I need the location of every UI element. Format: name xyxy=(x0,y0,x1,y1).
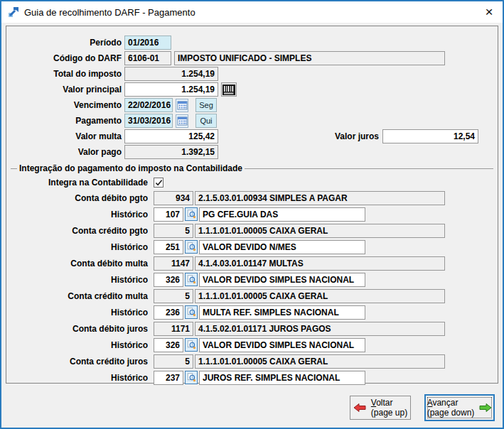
total-imposto-field: 1.254,19 xyxy=(124,67,218,81)
valor-juros-label: Valor juros xyxy=(322,131,382,141)
lookup-button[interactable] xyxy=(185,371,198,384)
form-panel: Período 01/2016 Código do DARF 6106-01 I… xyxy=(6,26,498,384)
search-icon xyxy=(187,210,196,219)
row-label: Conta crédito multa xyxy=(6,291,151,301)
integration-row: Conta crédito juros 5 1.1.1.01.01.00005 … xyxy=(6,353,498,369)
row-integra-contabilidade: Integra na Contabilidade xyxy=(6,175,498,190)
valor-principal-label: Valor principal xyxy=(6,85,124,94)
integration-row: Histórico 237 JUROS REF. SIMPLES NACIONA… xyxy=(6,369,498,386)
row-label: Histórico xyxy=(6,373,151,383)
description-field: 2.1.5.03.01.00934 SIMPLES A PAGAR xyxy=(195,191,445,205)
description-field: 4.1.5.02.01.01171 JUROS PAGOS xyxy=(195,322,445,336)
pagamento-field[interactable]: 31/03/2016 xyxy=(124,114,173,128)
code-field[interactable]: 1171 xyxy=(154,322,193,336)
window-title: Guia de recolhimento DARF - Pagamento xyxy=(24,7,195,18)
valor-pago-label: Valor pago xyxy=(6,147,124,157)
valor-multa-field[interactable]: 125,42 xyxy=(124,129,218,143)
row-pagamento: Pagamento 31/03/2016 Qui xyxy=(6,113,498,129)
search-icon xyxy=(187,373,196,382)
barcode-button[interactable] xyxy=(221,82,237,97)
row-valor-pago: Valor pago 1.392,15 xyxy=(6,144,498,160)
search-icon xyxy=(187,308,196,317)
row-total-imposto: Total do imposto 1.254,19 xyxy=(6,66,498,82)
check-icon xyxy=(155,179,163,187)
voltar-button[interactable]: Voltar (page up) xyxy=(350,396,411,420)
integration-rows: Conta débito pgto 934 2.1.5.03.01.00934 … xyxy=(6,190,498,386)
code-field[interactable]: 1147 xyxy=(154,256,193,271)
description-field: JUROS REF. SIMPLES NACIONAL xyxy=(199,371,365,385)
integra-checkbox[interactable] xyxy=(154,178,163,188)
code-field[interactable]: 5 xyxy=(154,354,193,369)
search-icon xyxy=(187,275,196,284)
description-field: 1.1.1.01.01.00005 CAIXA GERAL xyxy=(195,224,445,238)
integration-section-header: Integração do pagamento do imposto na Co… xyxy=(6,161,498,175)
codigo-darf-label: Código do DARF xyxy=(6,53,124,63)
description-field: VALOR DEVIDO SIMPLES NACIONAL xyxy=(199,273,365,287)
row-vencimento: Vencimento 22/02/2016 Seg xyxy=(6,97,498,113)
row-label: Conta débito pgto xyxy=(6,193,151,203)
code-field[interactable]: 326 xyxy=(154,273,183,287)
row-label: Histórico xyxy=(6,340,151,350)
integration-section-title: Integração do pagamento do imposto na Co… xyxy=(17,163,245,173)
description-field: VALOR DEVIDO N/MES xyxy=(199,240,365,254)
row-label: Histórico xyxy=(6,242,151,252)
code-field[interactable]: 934 xyxy=(154,191,193,205)
integration-row: Conta débito juros 1171 4.1.5.02.01.0117… xyxy=(6,320,498,337)
code-field[interactable]: 326 xyxy=(154,338,183,352)
code-field[interactable]: 5 xyxy=(154,289,193,303)
lookup-button[interactable] xyxy=(185,207,198,221)
code-field[interactable]: 236 xyxy=(154,305,183,320)
vencimento-calendar-button[interactable] xyxy=(176,99,188,112)
lookup-button[interactable] xyxy=(185,273,198,286)
search-icon xyxy=(187,242,196,251)
valor-principal-field[interactable]: 1.254,19 xyxy=(124,82,218,97)
row-valor-principal: Valor principal 1.254,19 xyxy=(6,82,498,97)
groupbox-line xyxy=(11,168,17,169)
code-field[interactable]: 5 xyxy=(154,224,193,238)
code-field[interactable]: 251 xyxy=(154,240,183,254)
avancar-label: Avançar xyxy=(427,398,475,408)
close-button[interactable]: × xyxy=(476,1,503,23)
row-periodo: Período 01/2016 xyxy=(6,35,498,50)
vencimento-weekday-badge: Seg xyxy=(195,98,217,112)
voltar-sublabel: (page up) xyxy=(371,408,407,418)
integration-row: Conta crédito pgto 5 1.1.1.01.01.00005 C… xyxy=(6,222,498,239)
arrow-right-icon xyxy=(479,403,492,413)
row-label: Conta crédito pgto xyxy=(6,226,151,236)
close-icon: × xyxy=(485,4,493,20)
row-label: Histórico xyxy=(6,308,151,317)
integration-row: Histórico 236 MULTA REF. SIMPLES NACIONA… xyxy=(6,304,498,320)
description-field: 1.1.1.01.01.00005 CAIXA GERAL xyxy=(195,354,445,369)
vencimento-field[interactable]: 22/02/2016 xyxy=(124,98,173,112)
row-label: Histórico xyxy=(6,210,151,219)
codigo-darf-description-field: IMPOSTO UNIFICADO - SIMPLES xyxy=(174,51,445,65)
integration-row: Histórico 326 VALOR DEVIDO SIMPLES NACIO… xyxy=(6,271,498,288)
integration-row: Conta débito pgto 934 2.1.5.03.01.00934 … xyxy=(6,190,498,206)
pagamento-weekday-badge: Qui xyxy=(195,114,217,128)
calendar-icon xyxy=(177,100,188,110)
pagamento-label: Pagamento xyxy=(6,116,124,126)
code-field[interactable]: 107 xyxy=(154,207,183,222)
avancar-sublabel: (page down) xyxy=(427,408,475,418)
row-valor-multa-juros: Valor multa 125,42 Valor juros 12,54 xyxy=(6,129,498,144)
integration-row: Histórico 251 VALOR DEVIDO N/MES xyxy=(6,239,498,255)
periodo-field[interactable]: 01/2016 xyxy=(124,36,171,50)
vencimento-label: Vencimento xyxy=(6,100,124,110)
titlebar: Guia de recolhimento DARF - Pagamento × xyxy=(1,1,503,23)
code-field[interactable]: 237 xyxy=(154,371,183,385)
avancar-button[interactable]: Avançar (page down) xyxy=(424,394,495,421)
voltar-label: Voltar xyxy=(371,398,407,408)
lookup-button[interactable] xyxy=(185,338,198,352)
valor-juros-field[interactable]: 12,54 xyxy=(382,129,478,143)
pagamento-calendar-button[interactable] xyxy=(176,114,188,128)
codigo-darf-code-field[interactable]: 6106-01 xyxy=(124,51,171,65)
description-field: 4.1.4.03.01.01147 MULTAS xyxy=(195,256,445,271)
valor-pago-field: 1.392,15 xyxy=(124,145,218,159)
total-imposto-label: Total do imposto xyxy=(6,69,124,79)
search-icon xyxy=(187,340,196,349)
row-label: Histórico xyxy=(6,275,151,285)
app-icon xyxy=(8,6,19,18)
groupbox-line xyxy=(245,168,493,169)
lookup-button[interactable] xyxy=(185,240,198,254)
lookup-button[interactable] xyxy=(185,305,198,319)
